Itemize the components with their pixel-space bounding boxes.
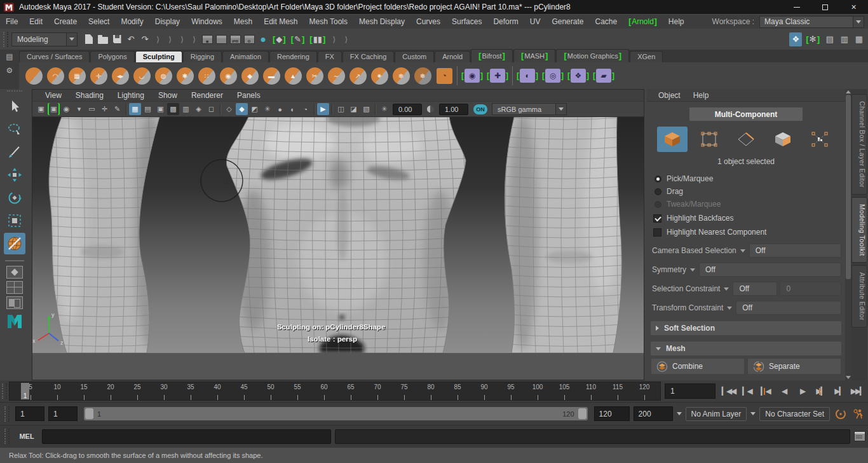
collapse-selection-icons[interactable]: ⟩ <box>154 32 162 46</box>
workspace-dropdown-arrow[interactable] <box>853 17 864 27</box>
menu-item[interactable]: Modify <box>115 15 149 29</box>
rotate-tool-button[interactable] <box>4 187 25 209</box>
shelf-tab[interactable]: Polygons <box>90 51 134 62</box>
hypershade-icon[interactable]: ● <box>257 32 269 46</box>
pose-editor-icon[interactable]: ✚ <box>486 65 509 86</box>
shelf-tab[interactable]: Curves / Surfaces <box>19 51 90 62</box>
textured-icon[interactable]: ◩ <box>248 103 261 115</box>
menu-item[interactable]: File <box>0 15 24 29</box>
transform-constraint-value[interactable]: Off <box>736 301 841 315</box>
combine-button[interactable]: Combine <box>651 358 745 375</box>
timeline-tick[interactable]: 90 <box>471 383 498 401</box>
toolbox-grip[interactable] <box>7 90 22 92</box>
foamy-brush-icon[interactable]: ◍ <box>154 65 173 86</box>
saw-disc-icon[interactable]: ◐ <box>516 65 539 86</box>
shelf-tab[interactable]: Animation <box>222 51 269 62</box>
separator[interactable] <box>330 103 334 115</box>
vertex-mode-button[interactable] <box>694 127 724 152</box>
gamma-field[interactable]: 1.00 <box>439 104 468 115</box>
shelf-tab[interactable]: Bifrost <box>471 49 513 62</box>
exposure-icon[interactable]: ✳ <box>378 103 390 115</box>
select-tool-button[interactable] <box>4 95 25 117</box>
shelf-tab[interactable]: MASH <box>513 49 555 62</box>
timeline-tick[interactable]: 70 <box>364 383 391 401</box>
wax-brush-icon[interactable]: ◆ <box>240 65 259 86</box>
timeline-tick[interactable]: 10 <box>44 383 71 401</box>
script-editor-icon[interactable] <box>854 431 865 441</box>
gate-mask-icon[interactable]: ▩ <box>167 103 179 115</box>
separator[interactable] <box>373 103 377 115</box>
camera-attributes-icon[interactable]: ◉ <box>60 103 72 115</box>
attribute-editor-icon[interactable]: ▥ <box>838 32 851 46</box>
collapse-inputs-icons[interactable]: ⟩ <box>190 32 198 46</box>
paint-select-tool-button[interactable] <box>4 141 25 163</box>
menu-item[interactable]: Edit Mesh <box>258 15 303 29</box>
selection-constraint-value[interactable]: Off <box>733 282 777 296</box>
viewport-menu-item[interactable]: View <box>39 91 68 100</box>
undo-icon[interactable]: ↶ <box>125 32 137 46</box>
render-current-frame-icon[interactable] <box>215 32 227 46</box>
close-button[interactable]: × <box>839 0 868 14</box>
contrast-icon[interactable] <box>424 103 437 115</box>
minimize-button[interactable] <box>782 0 811 14</box>
timeline-tick[interactable]: 55 <box>284 383 311 401</box>
radio-row[interactable]: Drag <box>651 185 841 198</box>
toolkit-menu-item[interactable]: Help <box>688 91 714 100</box>
new-scene-icon[interactable] <box>83 32 95 46</box>
scrape-brush-icon[interactable]: ▬ <box>262 65 281 86</box>
resolution-gate-icon[interactable]: ▣ <box>154 103 166 115</box>
xray-icon[interactable]: ◫ <box>335 103 347 115</box>
timeline-tick[interactable]: 45 <box>231 383 257 401</box>
timeline-tick[interactable]: 100 <box>524 383 551 401</box>
discs-icon[interactable]: ◎ <box>541 65 564 86</box>
mesh-section-header[interactable]: Mesh <box>651 342 841 356</box>
pinch-brush-icon[interactable]: ◂▸ <box>111 65 130 86</box>
menu-item[interactable]: Help <box>663 15 690 29</box>
dropdown-arrow-icon[interactable] <box>740 249 745 252</box>
auto-keyframe-button[interactable] <box>834 407 848 421</box>
bookmark-icon[interactable]: ▾ <box>73 103 85 115</box>
scrollbar-thumb[interactable] <box>846 95 851 279</box>
shelf-tab[interactable]: XGen <box>630 51 663 62</box>
radio-row[interactable]: Pick/Marquee <box>651 172 841 185</box>
viewport-3d-scene[interactable]: y x z Sculpting on: pCylinder8Shape Isol… <box>32 117 644 353</box>
shaded-icon[interactable]: ◆ <box>236 103 248 115</box>
step-back-frame-button[interactable]: ▎◀ <box>738 384 756 399</box>
single-pane-layout-button[interactable] <box>6 266 23 279</box>
step-forward-key-button[interactable]: ▶▎ <box>811 384 830 399</box>
separator[interactable] <box>218 103 222 115</box>
sculpt-tool-button-active[interactable] <box>4 233 25 254</box>
range-slider[interactable]: 1 120 <box>84 407 588 420</box>
selection-highlight-icon[interactable]: ▧ <box>360 103 372 115</box>
range-end-handle[interactable] <box>578 408 587 419</box>
edge-mode-button[interactable] <box>731 127 761 152</box>
menu-item[interactable]: Curves <box>410 15 446 29</box>
selection-constraint-extra[interactable]: 0 <box>780 282 841 296</box>
playback-start-field[interactable]: 1 <box>48 406 78 421</box>
current-frame-field[interactable]: 1 <box>665 384 715 399</box>
timeline-tick[interactable]: 115 <box>604 383 631 401</box>
two-pane-layout-button[interactable] <box>6 296 23 309</box>
color-management-toggle[interactable]: ON <box>473 104 487 114</box>
animation-preferences-button[interactable] <box>851 407 865 421</box>
wireframe-icon[interactable]: ◇ <box>223 103 235 115</box>
collapse-snap-icons[interactable]: ⟩ <box>166 32 174 46</box>
timeline-tick[interactable]: 105 <box>551 383 578 401</box>
shelf-tab-menu-icon[interactable]: ▤ <box>6 52 13 61</box>
step-forward-frame-button[interactable]: ▶▎ <box>830 384 848 399</box>
save-scene-icon[interactable] <box>111 32 123 46</box>
anim-layer-dropdown[interactable]: No Anim Layer <box>686 407 747 421</box>
channel-box-icon[interactable]: ▤ <box>824 32 836 46</box>
unfreeze-brush-icon[interactable]: ❄ <box>413 65 432 86</box>
freeze-brush-icon[interactable]: ❄ <box>391 65 410 86</box>
range-dropdown-arrow[interactable] <box>677 412 682 415</box>
scale-tool-button[interactable] <box>4 210 25 232</box>
collapse-extra-icons[interactable]: ⟩ <box>330 32 338 46</box>
character-set-dropdown[interactable]: No Character Set <box>759 407 830 421</box>
camera-lock-icon[interactable]: ▣ <box>48 103 60 115</box>
timeline-tick[interactable]: 80 <box>417 383 444 401</box>
motion-blur-icon[interactable]: ◔ <box>299 103 311 115</box>
step-back-key-button[interactable]: ▎◀ <box>756 384 775 399</box>
exposure-field[interactable]: 0.00 <box>393 104 422 115</box>
ao-icon[interactable]: ◐ <box>287 103 299 115</box>
